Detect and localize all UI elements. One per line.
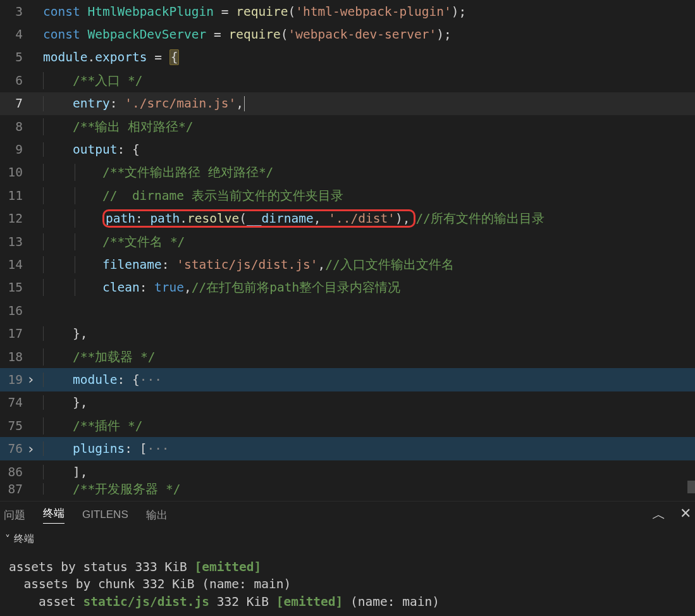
highlight-box: path: path.resolve(__dirname, '../dist')… — [102, 209, 415, 228]
bottom-panel: 问题 终端 GITLENS 输出 ︿ ✕ ˅ 终端 assets by stat… — [0, 501, 695, 610]
code-line[interactable]: 9 output: { — [0, 138, 695, 161]
terminal-title: 终端 — [14, 533, 34, 546]
code-line[interactable]: 8 /**输出 相对路径*/ — [0, 115, 695, 138]
chevron-up-icon[interactable]: ︿ — [652, 505, 666, 524]
fold-ellipsis[interactable]: ··· — [140, 373, 162, 387]
code-line[interactable]: 5 module.exports = { — [0, 46, 695, 69]
text-cursor — [244, 96, 245, 111]
tab-gitlens[interactable]: GITLENS — [82, 508, 128, 521]
code-line-folded[interactable]: 76 › plugins: [··· — [0, 437, 695, 460]
code-editor[interactable]: 3 const HtmlWebpackPlugin = require('htm… — [0, 0, 695, 496]
code-line-active[interactable]: 7 entry: './src/main.js', — [0, 92, 695, 115]
close-icon[interactable]: ✕ — [680, 505, 691, 524]
string: 'html-webpack-plugin' — [295, 4, 452, 19]
code-line[interactable]: 87 /**开发服务器 */ — [0, 483, 695, 495]
code-line[interactable]: 74 }, — [0, 391, 695, 414]
code-line[interactable]: 86 ], — [0, 460, 695, 483]
tab-terminal[interactable]: 终端 — [43, 506, 65, 524]
panel-tabbar: 问题 终端 GITLENS 输出 ︿ ✕ — [0, 502, 695, 528]
code-line[interactable]: 3 const HtmlWebpackPlugin = require('htm… — [0, 0, 695, 23]
code-line[interactable]: 12 path: path.resolve(__dirname, '../dis… — [0, 207, 695, 230]
code-line[interactable]: 18 /**加载器 */ — [0, 345, 695, 368]
code-line[interactable]: 75 /**插件 */ — [0, 414, 695, 437]
code-line-folded[interactable]: 19 › module: {··· — [0, 368, 695, 391]
fn-require: require — [236, 4, 288, 19]
code-line[interactable]: 4 const WebpackDevServer = require('webp… — [0, 23, 695, 46]
code-line[interactable]: 15 clean: true,//在打包前将path整个目录内容情况 — [0, 276, 695, 299]
fold-chevron-icon[interactable]: › — [27, 373, 43, 386]
tab-output[interactable]: 输出 — [146, 508, 168, 522]
line-number: 5 — [0, 50, 27, 65]
chevron-down-icon[interactable]: ˅ — [5, 533, 10, 545]
code-line[interactable]: 16 — [0, 299, 695, 322]
comment: /**入口 */ — [73, 73, 142, 88]
code-line[interactable]: 11 // dirname 表示当前文件的文件夹目录 — [0, 184, 695, 207]
identifier: HtmlWebpackPlugin — [87, 4, 214, 19]
line-number: 4 — [0, 27, 27, 42]
fold-chevron-icon[interactable]: › — [27, 442, 43, 456]
code-line[interactable]: 6 /**入口 */ — [0, 69, 695, 92]
code-line[interactable]: 10 /**文件输出路径 绝对路径*/ — [0, 161, 695, 184]
scrollbar-thumb[interactable] — [687, 481, 695, 493]
line-number: 3 — [0, 4, 27, 19]
terminal-header[interactable]: ˅ 终端 — [0, 528, 695, 550]
code-line[interactable]: 13 /**文件名 */ — [0, 230, 695, 253]
keyword: const — [43, 4, 80, 19]
tab-problems[interactable]: 问题 — [4, 508, 25, 522]
terminal-output[interactable]: assets by status 333 KiB [emitted] asset… — [0, 550, 695, 610]
code-line[interactable]: 14 filename: 'static/js/dist.js',//入口文件输… — [0, 253, 695, 276]
code-line[interactable]: 17 }, — [0, 322, 695, 345]
fold-ellipsis[interactable]: ··· — [147, 441, 169, 456]
bracket-match: { — [169, 49, 180, 65]
